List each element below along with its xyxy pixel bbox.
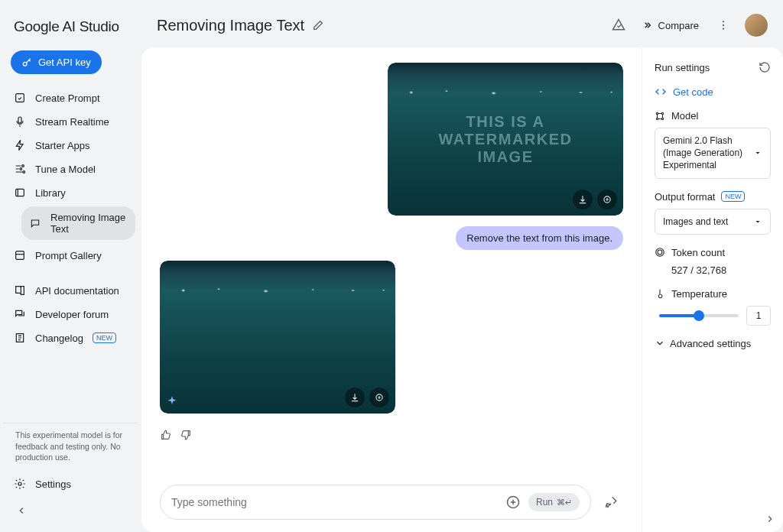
forum-icon <box>14 308 26 320</box>
svg-point-8 <box>18 482 21 485</box>
sidebar-item-label: Stream Realtime <box>35 116 109 128</box>
get-code-button[interactable]: Get code <box>655 86 771 98</box>
temperature-slider[interactable] <box>659 314 739 317</box>
advanced-settings-label: Advanced settings <box>670 338 751 349</box>
model-select[interactable]: Gemini 2.0 Flash (Image Generation) Expe… <box>655 128 771 179</box>
chevron-down-icon <box>753 217 762 226</box>
sidebar-item-label: Changelog <box>35 332 83 344</box>
svg-point-19 <box>658 250 662 255</box>
run-shortcut: ⌘↵ <box>557 498 572 508</box>
sidebar-subitem-label: Removing Image Text <box>50 212 128 235</box>
sidebar-item-label: API documentation <box>35 285 119 297</box>
output-format-select[interactable]: Images and text <box>655 209 771 235</box>
svg-point-20 <box>656 248 664 257</box>
edit-square-icon <box>14 92 26 104</box>
get-api-key-button[interactable]: Get API key <box>11 50 102 74</box>
sidebar-item-library[interactable]: Library <box>6 181 135 204</box>
new-badge: NEW <box>93 332 116 343</box>
svg-point-18 <box>661 118 663 119</box>
attach-button[interactable] <box>505 495 521 510</box>
svg-point-11 <box>723 28 724 30</box>
run-settings-panel: Run settings Get code Model Gemini 2.0 F… <box>642 47 783 532</box>
prompt-input[interactable] <box>171 496 498 508</box>
svg-point-15 <box>656 112 658 114</box>
key-icon <box>21 57 32 68</box>
temperature-value[interactable]: 1 <box>746 306 771 326</box>
get-code-label: Get code <box>673 86 713 98</box>
svg-rect-2 <box>18 117 21 123</box>
svg-rect-7 <box>16 251 24 260</box>
mic-icon <box>14 115 26 128</box>
run-button[interactable]: Run ⌘↵ <box>528 493 580 511</box>
sidebar: Google AI Studio Get API key Create Prom… <box>0 0 141 532</box>
download-image-button[interactable] <box>345 388 365 407</box>
sidebar-item-prompt-gallery[interactable]: Prompt Gallery <box>6 244 135 267</box>
more-menu-button[interactable] <box>714 16 733 34</box>
sidebar-item-tune-model[interactable]: Tune a Model <box>6 157 135 180</box>
library-icon <box>14 187 26 199</box>
code-icon <box>655 86 667 98</box>
chevron-down-icon <box>655 338 665 349</box>
sidebar-item-starter-apps[interactable]: Starter Apps <box>6 134 135 157</box>
compare-label: Compare <box>658 20 699 31</box>
sidebar-item-label: Settings <box>35 478 71 490</box>
output-image-message <box>160 261 395 414</box>
svg-point-0 <box>23 62 27 66</box>
sidebar-item-label: Prompt Gallery <box>35 250 102 261</box>
log-icon <box>14 332 26 344</box>
chat-icon <box>29 217 41 229</box>
user-avatar[interactable] <box>745 14 768 37</box>
sidebar-subitem-removing-image-text[interactable]: Removing Image Text <box>21 206 135 240</box>
temperature-label: Temperature <box>671 288 727 300</box>
safety-icon[interactable] <box>611 18 626 33</box>
run-label: Run <box>536 497 553 508</box>
sidebar-item-create-prompt[interactable]: Create Prompt <box>6 86 135 109</box>
svg-rect-1 <box>16 94 24 102</box>
gallery-icon <box>14 249 26 261</box>
svg-point-3 <box>22 165 24 167</box>
svg-point-17 <box>656 118 658 119</box>
page-title: Removing Image Text <box>157 17 304 34</box>
collapse-sidebar-button[interactable] <box>11 500 32 521</box>
edit-title-button[interactable] <box>312 19 324 31</box>
app-logo: Google AI Studio <box>0 12 141 50</box>
user-message-bubble: Remove the text from this image. <box>456 226 623 250</box>
watermark-text: THIS IS A WATERMARKED IMAGE <box>438 113 572 166</box>
input-image-message: THIS IS A WATERMARKED IMAGE <box>388 63 623 216</box>
svg-point-5 <box>23 171 25 174</box>
clear-chat-button[interactable] <box>599 490 623 514</box>
sidebar-item-label: Starter Apps <box>35 140 90 151</box>
prompt-input-container: Run ⌘↵ <box>160 485 591 520</box>
compare-button[interactable]: Compare <box>634 15 707 36</box>
sidebar-item-label: Tune a Model <box>35 164 96 175</box>
book-icon <box>14 284 26 297</box>
sidebar-item-settings[interactable]: Settings <box>6 472 135 495</box>
output-format-value: Images and text <box>663 216 753 228</box>
expand-settings-button[interactable] <box>765 514 775 524</box>
compare-icon <box>642 19 654 31</box>
svg-rect-6 <box>16 189 24 196</box>
chat-panel: THIS IS A WATERMARKED IMAGE <box>141 47 642 532</box>
svg-point-10 <box>723 24 724 26</box>
chevron-down-icon <box>753 148 762 157</box>
svg-point-16 <box>661 112 663 114</box>
tune-icon <box>14 163 26 175</box>
sidebar-item-api-docs[interactable]: API documentation <box>6 279 135 302</box>
temperature-icon <box>655 288 665 299</box>
feedback-row <box>160 424 623 441</box>
sidebar-item-stream-realtime[interactable]: Stream Realtime <box>6 110 135 133</box>
disclaimer-text: This experimental model is for feedback … <box>3 423 138 469</box>
expand-image-button[interactable] <box>597 190 617 209</box>
expand-image-button[interactable] <box>369 388 389 407</box>
download-image-button[interactable] <box>573 190 593 209</box>
token-icon <box>655 247 665 258</box>
sidebar-item-dev-forum[interactable]: Developer forum <box>6 303 135 326</box>
thumbs-up-button[interactable] <box>160 429 172 441</box>
sidebar-item-label: Create Prompt <box>35 92 100 104</box>
advanced-settings-toggle[interactable]: Advanced settings <box>655 338 771 349</box>
thumbs-down-button[interactable] <box>180 429 192 441</box>
get-api-key-label: Get API key <box>38 57 91 68</box>
svg-point-9 <box>723 21 724 22</box>
sidebar-item-changelog[interactable]: Changelog NEW <box>6 326 135 349</box>
reset-settings-button[interactable] <box>759 61 771 73</box>
